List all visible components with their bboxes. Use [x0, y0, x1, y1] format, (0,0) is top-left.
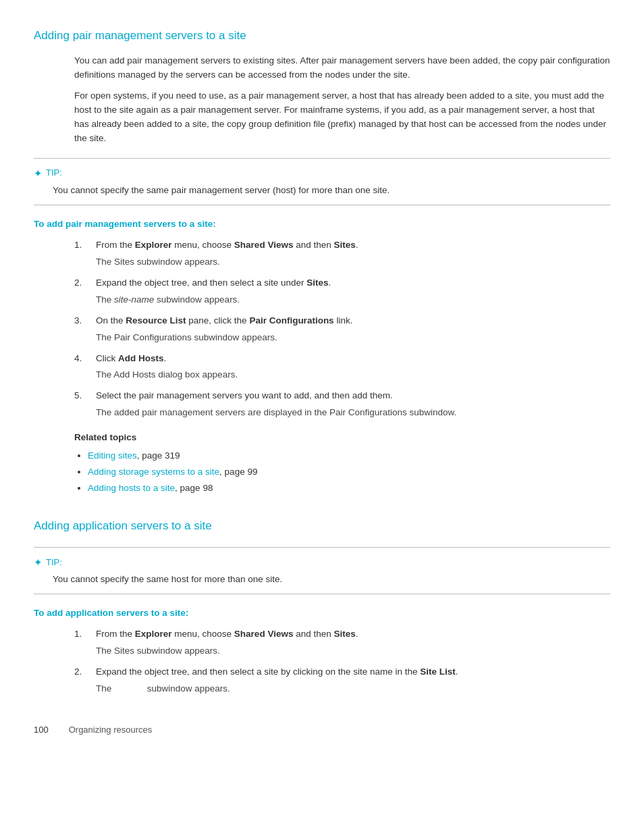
related-topic-3-link[interactable]: Adding hosts to a site	[88, 483, 175, 493]
s2-step-2-num: 2.	[74, 665, 89, 696]
section1-procedure-title: To add pair management servers to a site…	[34, 217, 610, 232]
step-5: 5. Select the pair management servers yo…	[74, 389, 610, 420]
section1-title: Adding pair management servers to a site	[34, 27, 610, 45]
section1-para2: For open systems, if you need to use, as…	[74, 89, 610, 146]
related-topic-1-page: , page 319	[137, 450, 180, 461]
step-3-content: On the Resource List pane, click the Pai…	[96, 314, 610, 345]
related-topic-1: Editing sites, page 319	[88, 449, 610, 463]
step-2: 2. Expand the object tree, and then sele…	[74, 276, 610, 307]
section2-procedure-title: To add application servers to a site:	[34, 606, 610, 621]
s2-step-2-main: Expand the object tree, and then select …	[96, 667, 458, 677]
s2-step-1-content: From the Explorer menu, choose Shared Vi…	[96, 627, 610, 658]
related-topic-3: Adding hosts to a site, page 98	[88, 481, 610, 496]
related-topic-3-page: , page 98	[175, 483, 213, 493]
s2-step-1-main: From the Explorer menu, choose Shared Vi…	[96, 629, 358, 639]
section1-tip-box: ✦ TIP: You cannot specify the same pair …	[34, 158, 610, 205]
step-5-num: 5.	[74, 389, 89, 420]
step-2-content: Expand the object tree, and then select …	[96, 276, 610, 307]
page-footer: 100 Organizing resources	[34, 723, 610, 737]
s2-step-1: 1. From the Explorer menu, choose Shared…	[74, 627, 610, 658]
related-topics-list: Editing sites, page 319 Adding storage s…	[74, 449, 610, 496]
section1-steps-list: 1. From the Explorer menu, choose Shared…	[74, 238, 610, 420]
section2-title: Adding application servers to a site	[34, 517, 610, 535]
step-3-main: On the Resource List pane, click the Pai…	[96, 315, 352, 325]
step-3: 3. On the Resource List pane, click the …	[74, 314, 610, 345]
related-topic-2: Adding storage systems to a site, page 9…	[88, 465, 610, 479]
step-4-num: 4.	[74, 352, 89, 383]
section1-tip-label-text: TIP:	[46, 166, 62, 180]
step-2-num: 2.	[74, 276, 89, 307]
step-5-sub: The added pair management servers are di…	[96, 406, 610, 420]
section2: Adding application servers to a site ✦ T…	[34, 517, 610, 696]
footer-page-num: 100	[34, 723, 49, 737]
step-1-content: From the Explorer menu, choose Shared Vi…	[96, 238, 610, 269]
step-4-sub: The Add Hosts dialog box appears.	[96, 368, 610, 382]
step-2-sub: The site-name subwindow appears.	[96, 293, 610, 307]
step-1-num: 1.	[74, 238, 89, 269]
step-5-main: Select the pair management servers you w…	[96, 390, 393, 400]
s2-step-2-sub: The subwindow appears.	[96, 682, 610, 696]
related-topic-1-link[interactable]: Editing sites	[88, 450, 137, 461]
s2-step-2-content: Expand the object tree, and then select …	[96, 665, 610, 696]
section1-tip-text: You cannot specify the same pair managem…	[53, 184, 610, 198]
step-3-num: 3.	[74, 314, 89, 345]
step-4-content: Click Add Hosts. The Add Hosts dialog bo…	[96, 352, 610, 383]
step-1-main: From the Explorer menu, choose Shared Vi…	[96, 240, 358, 250]
step-4-main: Click Add Hosts.	[96, 353, 166, 363]
related-topic-2-link[interactable]: Adding storage systems to a site	[88, 467, 219, 477]
tip-sun-icon: ✦	[34, 165, 43, 181]
related-topics-title: Related topics	[74, 431, 610, 445]
footer-section-label: Organizing resources	[69, 723, 153, 737]
related-topic-2-page: , page 99	[219, 467, 257, 477]
section2-tip-label-text: TIP:	[46, 556, 62, 569]
section2-tip-box: ✦ TIP: You cannot specify the same host …	[34, 547, 610, 594]
s2-step-1-num: 1.	[74, 627, 89, 658]
section2-tip-label: ✦ TIP:	[34, 554, 610, 570]
section1-tip-label: ✦ TIP:	[34, 165, 610, 181]
step-1-sub: The Sites subwindow appears.	[96, 255, 610, 269]
related-topics: Related topics Editing sites, page 319 A…	[74, 431, 610, 496]
step-4: 4. Click Add Hosts. The Add Hosts dialog…	[74, 352, 610, 383]
s2-step-1-sub: The Sites subwindow appears.	[96, 644, 610, 658]
section1-para1: You can add pair management servers to e…	[74, 54, 610, 82]
step-5-content: Select the pair management servers you w…	[96, 389, 610, 420]
section2-steps-list: 1. From the Explorer menu, choose Shared…	[74, 627, 610, 696]
step-1: 1. From the Explorer menu, choose Shared…	[74, 238, 610, 269]
step-2-main: Expand the object tree, and then select …	[96, 278, 331, 288]
step-3-sub: The Pair Configurations subwindow appear…	[96, 331, 610, 345]
s2-step-2: 2. Expand the object tree, and then sele…	[74, 665, 610, 696]
section2-tip-sun-icon: ✦	[34, 554, 43, 570]
section2-tip-text: You cannot specify the same host for mor…	[53, 573, 610, 587]
